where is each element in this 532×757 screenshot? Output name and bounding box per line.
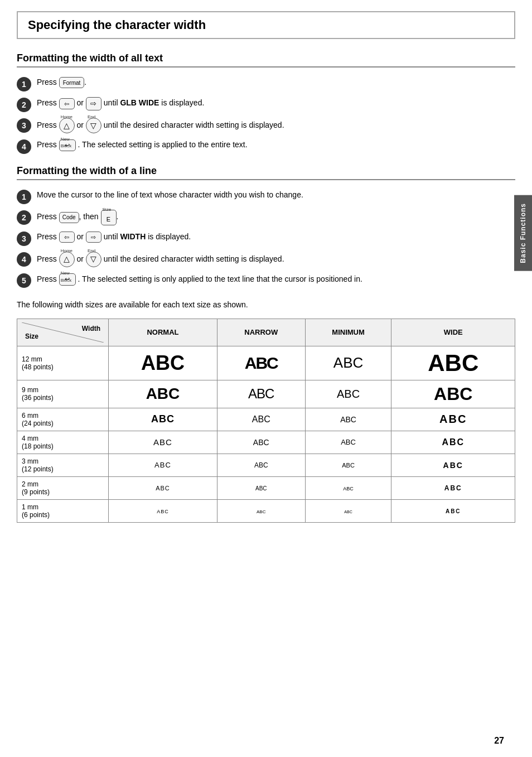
step5-content: Press New Block ↩ . The selected setting… <box>37 273 515 286</box>
step4-content: Press New Block ↩ . The selected setting… <box>37 139 515 151</box>
key-label-home: Home <box>61 114 72 120</box>
abc-cell: ABC <box>305 454 391 476</box>
side-tab-label: Basic Functions <box>519 203 527 263</box>
right-arrow-key: ⇨ <box>86 232 101 243</box>
title-box: Specifying the character width <box>17 11 515 39</box>
size-cell: 12 mm(48 points) <box>17 346 109 380</box>
step3-content: Press ⇦ or ⇨ until WIDTH is displayed. <box>37 231 515 243</box>
step2-content: Press Code, then Size E . <box>37 210 515 225</box>
section1-heading: Formatting the width of all text <box>17 52 515 67</box>
code-key: Code <box>59 212 79 223</box>
abc-cell: ABC <box>305 499 391 522</box>
col-narrow: NARROW <box>217 319 305 346</box>
page: Basic Functions Specifying the character… <box>0 0 532 757</box>
page-number: 27 <box>494 736 504 746</box>
step-number: 2 <box>17 98 31 112</box>
section-formatting-line: Formatting the width of a line 1 Move th… <box>17 165 515 288</box>
abc-cell: ABC <box>217 408 305 431</box>
step-number: 3 <box>17 118 31 133</box>
e-key: Size E <box>101 210 117 225</box>
table-row: 1 mm(6 points)ABCABCABCABC <box>17 499 515 522</box>
abc-cell: ABC <box>391 499 515 522</box>
step1-content: Move the cursor to the line of text whos… <box>37 189 515 201</box>
abc-cell: ABC <box>109 454 217 476</box>
key-label-newblock: New Block <box>61 270 75 285</box>
section2-step2: 2 Press Code, then Size E . <box>17 210 515 225</box>
section1-step2: 2 Press ⇦ or ⇨ until GLB WIDE is display… <box>17 97 515 112</box>
step-number: 1 <box>17 77 31 91</box>
abc-cell: ABC <box>109 346 217 380</box>
abc-cell: ABC <box>305 408 391 431</box>
section1-step3: 3 Press Home △ or End ▽ until the desire… <box>17 118 515 133</box>
step-number: 5 <box>17 273 31 288</box>
side-tab: Basic Functions <box>514 195 532 271</box>
page-title: Specifying the character width <box>28 18 504 32</box>
size-cell: 1 mm(6 points) <box>17 499 109 522</box>
section2-step1: 1 Move the cursor to the line of text wh… <box>17 189 515 204</box>
key-label-end: End <box>88 114 95 120</box>
section1-step1: 1 Press Format. <box>17 76 515 91</box>
step4-content: Press Home △ or End ▽ until the desired … <box>37 252 515 267</box>
section2-step4: 4 Press Home △ or End ▽ until the desire… <box>17 252 515 267</box>
step1-content: Press Format. <box>37 76 515 88</box>
table-row: 4 mm(18 points)ABCABCABCABC <box>17 431 515 454</box>
abc-cell: ABC <box>217 431 305 454</box>
step3-content: Press Home △ or End ▽ until the desired … <box>37 118 515 133</box>
size-cell: 4 mm(18 points) <box>17 431 109 454</box>
abc-cell: ABC <box>391 380 515 408</box>
section-formatting-all-text: Formatting the width of all text 1 Press… <box>17 52 515 154</box>
abc-cell: ABC <box>217 346 305 380</box>
width-table: Width Size NORMAL NARROW MINIMUM WIDE 12… <box>17 319 515 523</box>
abc-cell: ABC <box>391 346 515 380</box>
step-number: 4 <box>17 252 31 267</box>
abc-cell: ABC <box>109 476 217 499</box>
size-cell: 6 mm(24 points) <box>17 408 109 431</box>
step-number: 1 <box>17 190 31 204</box>
section2-heading: Formatting the width of a line <box>17 165 515 180</box>
section2-step5: 5 Press New Block ↩ . The selected setti… <box>17 273 515 288</box>
table-row: 9 mm(36 points)ABCABCABCABC <box>17 380 515 408</box>
table-row: 2 mm(9 points)ABCABCABCABC <box>17 476 515 499</box>
step-number: 3 <box>17 232 31 246</box>
abc-cell: ABC <box>109 408 217 431</box>
down-arrow-key: End ▽ <box>86 118 101 133</box>
up-arrow-key: Home △ <box>59 252 75 267</box>
section1-steps: 1 Press Format. 2 Press ⇦ or ⇨ until GLB… <box>17 76 515 154</box>
key-label-size: Size <box>103 206 112 213</box>
key-label-home: Home <box>61 248 72 254</box>
col-normal: NORMAL <box>109 319 217 346</box>
key-label-end: End <box>88 248 95 254</box>
size-cell: 2 mm(9 points) <box>17 476 109 499</box>
corner-top: Width <box>82 325 100 332</box>
format-key: Format <box>59 77 85 88</box>
size-cell: 9 mm(36 points) <box>17 380 109 408</box>
table-row: 3 mm(12 points)ABCABCABCABC <box>17 454 515 476</box>
down-arrow-key: End ▽ <box>86 252 101 267</box>
abc-cell: ABC <box>391 476 515 499</box>
abc-cell: ABC <box>217 499 305 522</box>
abc-cell: ABC <box>391 408 515 431</box>
corner-bottom: Size <box>25 332 38 340</box>
table-corner-header: Width Size <box>17 319 109 346</box>
abc-cell: ABC <box>109 499 217 522</box>
section1-step4: 4 Press New Block ↩ . The selected setti… <box>17 139 515 154</box>
abc-cell: ABC <box>391 454 515 476</box>
abc-cell: ABC <box>109 431 217 454</box>
intro-text: The following width sizes are available … <box>17 299 515 311</box>
step2-content: Press ⇦ or ⇨ until GLB WIDE is displayed… <box>37 97 515 110</box>
abc-cell: ABC <box>305 380 391 408</box>
abc-cell: ABC <box>305 476 391 499</box>
abc-cell: ABC <box>217 380 305 408</box>
abc-cell: ABC <box>391 431 515 454</box>
section2-step3: 3 Press ⇦ or ⇨ until WIDTH is displayed. <box>17 231 515 246</box>
enter-key: New Block ↩ <box>59 139 76 151</box>
col-minimum: MINIMUM <box>305 319 391 346</box>
left-arrow-key: ⇦ <box>59 232 75 243</box>
up-arrow-key: Home △ <box>59 118 75 133</box>
key-label-newblock: New Block <box>61 136 75 150</box>
abc-cell: ABC <box>305 346 391 380</box>
step-number: 2 <box>17 210 31 225</box>
step-number: 4 <box>17 139 31 154</box>
enter-key: New Block ↩ <box>59 273 76 286</box>
table-row: 12 mm(48 points)ABCABCABCABC <box>17 346 515 380</box>
